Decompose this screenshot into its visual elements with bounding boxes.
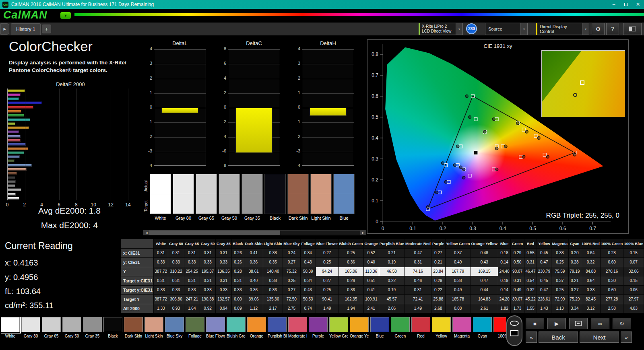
cie-zoom-inset: [541, 50, 625, 117]
deltae-bar: [8, 93, 21, 96]
source-dropdown[interactable]: Source ▼: [485, 23, 528, 35]
calman-window: CM CalMAN 2016 CalMAN Ultimate for Busin…: [0, 0, 644, 350]
scrollbar-track[interactable]: [149, 231, 360, 235]
minimize-button[interactable]: –: [608, 0, 620, 9]
deltae-bar: [8, 110, 21, 113]
patch-label: Gray 50: [62, 334, 81, 338]
maximize-button[interactable]: [620, 0, 632, 9]
table-cell: 0.19: [498, 276, 511, 285]
table-cell: 27.97: [623, 294, 644, 304]
deltae-bar: [8, 97, 19, 100]
stop-button[interactable]: ■: [526, 318, 544, 329]
table-cell: 0.31: [200, 248, 215, 257]
patch-button-purple[interactable]: Purple: [309, 317, 329, 345]
patch-button-gray-80[interactable]: Gray 80: [21, 317, 42, 345]
deltae-bar: [8, 89, 25, 92]
back-arrow-button[interactable]: «: [526, 331, 537, 343]
y-tick-label: -1: [291, 119, 300, 124]
read-button[interactable]: ▶: [547, 318, 566, 329]
table-row: x: CIE310.310.310.310.310.310.260.410.38…: [121, 248, 644, 257]
table-column-header: Dark Skin: [244, 239, 263, 248]
patch-button-green[interactable]: Green: [391, 317, 411, 345]
patch-button-foliage[interactable]: Foliage: [186, 317, 206, 345]
scroll-left-button[interactable]: ◀: [144, 231, 149, 235]
table-cell: 0.18: [498, 248, 511, 257]
patch-label: Light Skin: [144, 334, 163, 338]
patch-button-purplish-blue[interactable]: Purplish Blue: [268, 317, 288, 345]
patch-button-yellow[interactable]: Yellow: [432, 317, 452, 345]
patch-button-white[interactable]: White: [1, 317, 21, 345]
back-button[interactable]: Back: [539, 331, 578, 343]
table-cell: 0.25: [316, 257, 339, 267]
pattern-window-button[interactable]: [569, 318, 588, 329]
swatch-strip-scrollbar[interactable]: ◀ ▶: [143, 230, 366, 235]
display-control-dropdown[interactable]: Direct Display Control ▼: [536, 23, 589, 35]
next-arrow-button[interactable]: »: [621, 331, 632, 343]
table-cell: 230.79: [537, 267, 551, 276]
meter-position-widget[interactable]: [506, 315, 522, 346]
table-cell: 0.27: [431, 248, 445, 257]
source-dropdown-arrow[interactable]: ▼: [520, 23, 527, 35]
logo-menu-button[interactable]: ▼: [60, 12, 71, 19]
patch-button-gray-65[interactable]: Gray 65: [42, 317, 62, 345]
table-cell: 0.31: [405, 285, 431, 294]
patch-button-magenta[interactable]: Magenta: [452, 317, 473, 345]
deltae-bar: [8, 114, 24, 117]
table-cell: 0.20: [568, 248, 581, 257]
table-cell: 277.28: [600, 294, 623, 304]
meter-dropdown-arrow[interactable]: ▼: [456, 23, 462, 35]
patch-button-orange-yellow[interactable]: Orange Yellow: [350, 317, 370, 345]
scrollbar-thumb[interactable]: [149, 231, 280, 235]
patch-button-light-skin[interactable]: Light Skin: [144, 317, 165, 345]
table-cell: 270.16: [600, 267, 623, 276]
next-button[interactable]: Next: [580, 331, 619, 343]
table-cell: 165.78: [445, 294, 471, 304]
patch-color-swatch: [247, 317, 266, 332]
patch-button-dark-skin[interactable]: Dark Skin: [124, 317, 144, 345]
table-cell: 0.48: [471, 248, 498, 257]
y-tick-label: 1: [143, 90, 152, 95]
max-de2000: Max dE2000: 4: [0, 220, 139, 230]
patch-button-gray-35[interactable]: Gray 35: [83, 317, 103, 345]
patch-button-yellow-green[interactable]: Yellow Green: [329, 317, 350, 345]
display-control-dropdown-arrow[interactable]: ▼: [582, 23, 589, 35]
table-cell: 0.31: [154, 248, 168, 257]
continuous-read-button[interactable]: ∞: [591, 318, 609, 329]
deltae-bar: [8, 126, 29, 129]
svg-text:0.6: 0.6: [559, 226, 566, 231]
scroll-right-button[interactable]: ▶: [360, 231, 366, 235]
table-cell: 0.21: [379, 248, 405, 257]
tab-history-1[interactable]: History 1: [11, 23, 41, 35]
table-cell: 306.80: [168, 294, 184, 304]
y-tick-label: 0: [291, 105, 300, 109]
patch-button-orange[interactable]: Orange: [247, 317, 268, 345]
patch-button-black[interactable]: Black: [103, 317, 124, 345]
patch-button-blue-sky[interactable]: Blue Sky: [165, 317, 186, 345]
patch-button-red[interactable]: Red: [411, 317, 432, 345]
y-tick-label: -2: [143, 134, 152, 139]
patch-button-100-[interactable]: 100%: [493, 317, 506, 345]
patch-button-moderate-red[interactable]: Moderate Red: [288, 317, 309, 345]
table-column-header: Foliage: [300, 239, 316, 248]
patch-button-gray-50[interactable]: Gray 50: [62, 317, 83, 345]
patch-label: Yellow Green: [329, 334, 348, 338]
sidebar-expander-button[interactable]: ▶: [0, 23, 9, 35]
settings-button[interactable]: ⚙: [592, 23, 605, 35]
layout-toggle-button[interactable]: [623, 23, 642, 35]
patch-button-bluish-green[interactable]: Bluish Green: [227, 317, 247, 345]
help-button[interactable]: ?: [606, 23, 619, 35]
table-cell: 0.31: [200, 276, 215, 285]
patch-button-blue[interactable]: Blue: [370, 317, 391, 345]
table-cell: 0.25: [551, 257, 568, 267]
patch-button-blue-flower[interactable]: Blue Flower: [206, 317, 227, 345]
table-cell: 164.83: [471, 294, 498, 304]
patch-button-cyan[interactable]: Cyan: [473, 317, 493, 345]
deltal-chart: DeltaL 43210-1-2-3-4: [143, 40, 210, 169]
close-button[interactable]: ✕: [632, 0, 644, 9]
table-cell: 2.58: [600, 304, 623, 313]
loop-button[interactable]: ↻: [613, 318, 631, 329]
add-tab-button[interactable]: +: [42, 25, 51, 33]
actual-row-label: Actual: [144, 175, 149, 196]
meter-dropdown[interactable]: X-Rite i1Pro 2 LCD Direct View ▼: [419, 23, 463, 35]
patch-label: Purplish Blue: [268, 334, 287, 338]
